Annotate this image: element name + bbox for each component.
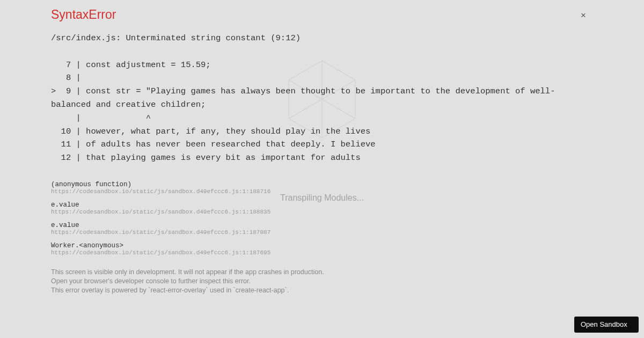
code-line: 8 |: [51, 73, 86, 83]
error-location-line: /src/index.js: Unterminated string const…: [51, 33, 301, 43]
stack-function-name: (anonymous function): [51, 181, 593, 188]
stack-trace: (anonymous function) https://codesandbox…: [51, 181, 593, 256]
code-line: 7 | const adjustment = 15.59;: [51, 60, 211, 70]
code-line: 12 | that playing games is every bit as …: [51, 153, 361, 163]
stack-frame: Worker.<anonymous> https://codesandbox.i…: [51, 242, 593, 256]
footer-line: This screen is visible only in developme…: [51, 268, 593, 277]
stack-function-name: e.value: [51, 222, 593, 229]
code-line: 11 | of adults has never been researched…: [51, 139, 376, 149]
stack-function-name: Worker.<anonymous>: [51, 242, 593, 249]
stack-frame: e.value https://codesandbox.io/static/js…: [51, 222, 593, 236]
close-button[interactable]: ×: [581, 11, 586, 20]
stack-function-name: e.value: [51, 201, 593, 209]
error-overlay: SyntaxError /src/index.js: Unterminated …: [0, 0, 644, 295]
code-line: 10 | however, what part, if any, they sh…: [51, 127, 370, 136]
stack-location[interactable]: https://codesandbox.io/static/js/sandbox…: [51, 188, 593, 195]
footer-line: This error overlay is powered by `react-…: [51, 286, 593, 295]
stack-location[interactable]: https://codesandbox.io/static/js/sandbox…: [51, 229, 593, 236]
code-line-highlighted: > 9 | const str = "Playing games has alw…: [51, 86, 555, 109]
stack-frame: e.value https://codesandbox.io/static/js…: [51, 201, 593, 215]
footer-line: Open your browser's developer console to…: [51, 277, 593, 286]
footer-notes: This screen is visible only in developme…: [51, 268, 593, 295]
stack-location[interactable]: https://codesandbox.io/static/js/sandbox…: [51, 209, 593, 215]
code-line-caret: | ^: [51, 113, 151, 123]
error-title: SyntaxError: [51, 8, 593, 22]
open-sandbox-button[interactable]: Open Sandbox: [574, 317, 639, 333]
error-code-block: /src/index.js: Unterminated string const…: [51, 32, 593, 165]
stack-frame: (anonymous function) https://codesandbox…: [51, 181, 593, 195]
stack-location[interactable]: https://codesandbox.io/static/js/sandbox…: [51, 249, 593, 256]
